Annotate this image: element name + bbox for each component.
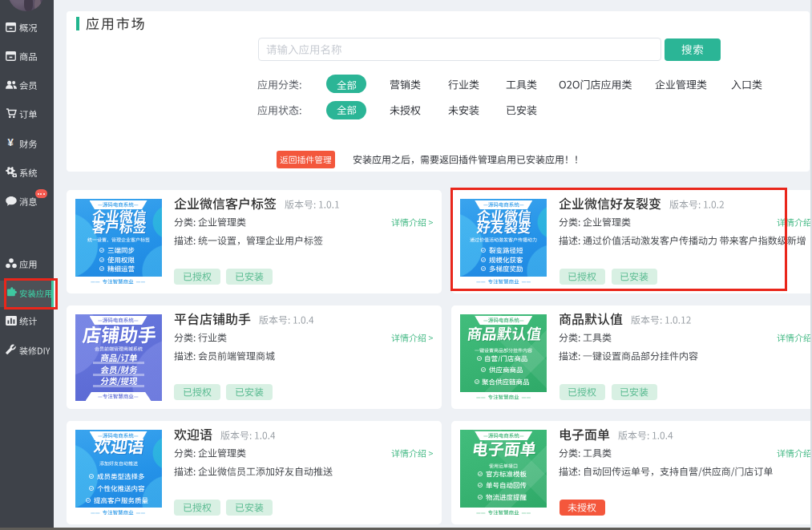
svg-text:¥: ¥ <box>7 137 14 148</box>
